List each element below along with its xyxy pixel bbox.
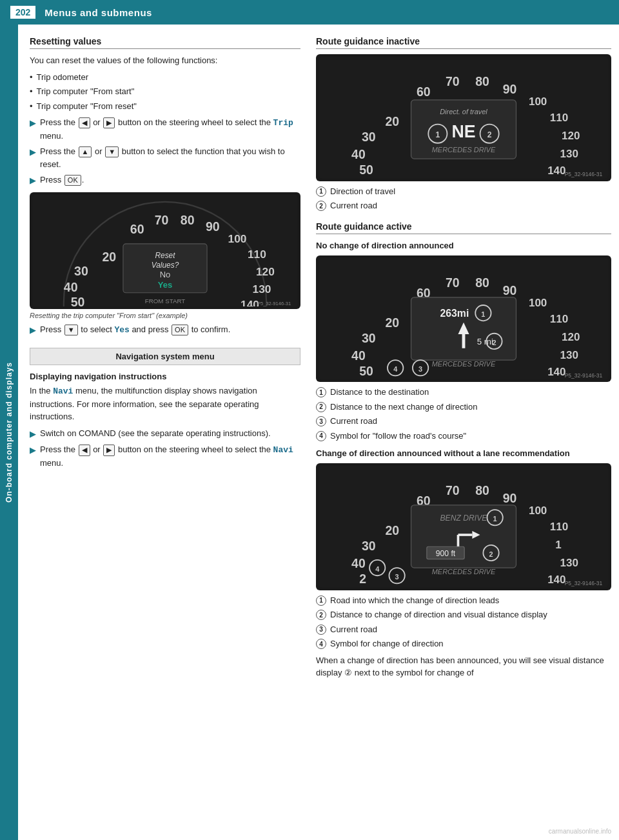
svg-text:5 mi: 5 mi [477, 336, 493, 346]
left-column: Resetting values You can reset the value… [30, 36, 300, 683]
svg-text:20: 20 [385, 315, 399, 330]
no-change-list: 1Distance to the destination 2Distance t… [316, 386, 611, 442]
page-title: Menus and submenus [44, 7, 152, 18]
nav-intro: In the Navi menu, the multifunction disp… [30, 385, 300, 423]
change-without-lane-heading: Change of direction announced without a … [316, 448, 611, 458]
svg-text:20: 20 [102, 249, 116, 263]
list-item: 1Distance to the destination [316, 386, 611, 399]
svg-text:110: 110 [550, 112, 568, 124]
ok-btn: OK [64, 175, 81, 186]
arrow-press-yes: ▶ Press ▼ to select Yes and press OK to … [30, 323, 300, 337]
dashboard-image-3: 20 30 40 50 60 70 80 90 100 110 120 130 … [316, 255, 611, 383]
list-item: 1Direction of travel [316, 185, 611, 198]
svg-text:1: 1 [435, 130, 440, 139]
svg-text:Reset: Reset [155, 250, 175, 259]
svg-text:100: 100 [529, 95, 547, 108]
svg-text:70: 70 [446, 74, 460, 88]
svg-text:130: 130 [560, 557, 578, 569]
list-item: 3Current road [316, 623, 611, 636]
list-item: 2Current road [316, 199, 611, 212]
svg-text:900 ft: 900 ft [436, 549, 456, 558]
list-item: 2Distance to the next change of directio… [316, 401, 611, 414]
svg-text:130: 130 [253, 282, 271, 295]
arrow-icon-yes: ▶ [30, 324, 36, 337]
bullet-from-start: • Trip computer "From start" [30, 85, 300, 98]
right-btn-2: ▶ [103, 445, 115, 455]
svg-text:70: 70 [446, 275, 460, 289]
svg-text:110: 110 [550, 521, 568, 533]
sidebar-label: On-board computer and displays [0, 25, 18, 840]
no-change-heading: No change of direction announced [316, 241, 611, 250]
route-inactive-list: 1Direction of travel 2Current road [316, 185, 611, 212]
bullet-from-reset: • Trip computer "From reset" [30, 100, 300, 113]
svg-text:30: 30 [74, 263, 88, 277]
arrow-icon-comand: ▶ [30, 428, 36, 441]
svg-text:140: 140 [241, 297, 259, 306]
arrow-item-2: ▶ Press the ▲ or ▼ button to select the … [30, 145, 300, 170]
dashboard-image-1: 20 30 40 50 60 70 80 90 100 110 120 130 … [30, 192, 300, 309]
list-item: 2Distance to change of direction and vis… [316, 608, 611, 621]
svg-text:120: 120 [562, 330, 580, 343]
svg-text:20: 20 [385, 114, 399, 128]
svg-text:70: 70 [155, 212, 169, 226]
svg-text:FROM START: FROM START [145, 297, 186, 305]
footer-watermark: carmanualsonline.info [549, 828, 611, 835]
svg-text:80: 80 [475, 275, 489, 289]
left-btn: ◀ [79, 117, 90, 128]
arrow-press-navi: ▶ Press the ◀ or ▶ button on the steerin… [30, 443, 300, 469]
svg-text:2: 2 [487, 130, 492, 139]
dashboard-image-4: 20 30 40 2 60 70 80 90 100 110 1 130 140… [316, 463, 611, 590]
svg-text:40: 40 [351, 348, 366, 363]
svg-text:60: 60 [130, 221, 144, 235]
resetting-intro: You can reset the values of the followin… [30, 54, 300, 67]
svg-text:30: 30 [362, 130, 376, 144]
svg-text:Direct. of travel: Direct. of travel [440, 108, 487, 115]
down-btn: ▼ [105, 146, 119, 157]
arrow-icon-3: ▶ [30, 174, 36, 187]
svg-text:Values?: Values? [152, 260, 179, 269]
svg-text:P5_32-9146-31: P5_32-9146-31 [257, 301, 291, 306]
svg-text:20: 20 [385, 523, 399, 537]
svg-text:30: 30 [362, 331, 376, 345]
svg-text:100: 100 [529, 505, 547, 517]
svg-text:2: 2 [492, 338, 496, 346]
arrow-item-1: ▶ Press the ◀ or ▶ button on the steerin… [30, 116, 300, 142]
svg-text:BENZ DRIVE: BENZ DRIVE [440, 514, 488, 523]
route-inactive-heading: Route guidance inactive [316, 36, 611, 49]
svg-text:P5_32-9146-31: P5_32-9146-31 [565, 372, 603, 378]
ok-btn-2: OK [172, 325, 188, 335]
svg-text:100: 100 [529, 297, 547, 309]
svg-text:140: 140 [547, 574, 565, 586]
svg-text:No: No [160, 269, 171, 279]
resetting-values-heading: Resetting values [30, 36, 300, 49]
svg-text:140: 140 [547, 165, 565, 177]
arrow-icon-1: ▶ [30, 117, 36, 130]
svg-text:30: 30 [362, 539, 376, 553]
svg-text:2: 2 [489, 550, 493, 558]
arrow-icon-navi: ▶ [30, 444, 36, 457]
left-btn-2: ◀ [79, 445, 90, 455]
svg-text:120: 120 [562, 130, 580, 142]
svg-text:40: 40 [351, 147, 366, 161]
svg-text:MERCEDES DRIVE: MERCEDES DRIVE [432, 568, 496, 575]
svg-text:NE: NE [451, 122, 475, 141]
bullet-trip-odometer: • Trip odometer [30, 71, 300, 84]
svg-text:P5_32-9146-31: P5_32-9146-31 [565, 580, 603, 586]
route-active-heading: Route guidance active [316, 221, 611, 234]
svg-text:110: 110 [550, 312, 568, 325]
list-item: 3Current road [316, 415, 611, 428]
dashboard-image-2: 20 30 40 50 60 70 80 90 100 110 120 130 … [316, 54, 611, 181]
page-number: 202 [10, 6, 35, 19]
arrow-switch-comand: ▶ Switch on COMAND (see the separate ope… [30, 427, 300, 441]
right-btn: ▶ [103, 117, 115, 128]
svg-text:80: 80 [475, 74, 489, 88]
svg-text:120: 120 [256, 265, 275, 277]
svg-text:4: 4 [375, 565, 380, 573]
svg-text:263mi: 263mi [440, 308, 469, 319]
down-btn-2: ▼ [64, 325, 78, 335]
svg-text:1: 1 [555, 539, 561, 551]
displaying-nav-heading: Displaying navigation instructions [30, 372, 300, 381]
change-without-lane-list: 1Road into which the change of direction… [316, 594, 611, 650]
up-btn: ▲ [79, 146, 92, 157]
svg-text:40: 40 [351, 556, 366, 570]
